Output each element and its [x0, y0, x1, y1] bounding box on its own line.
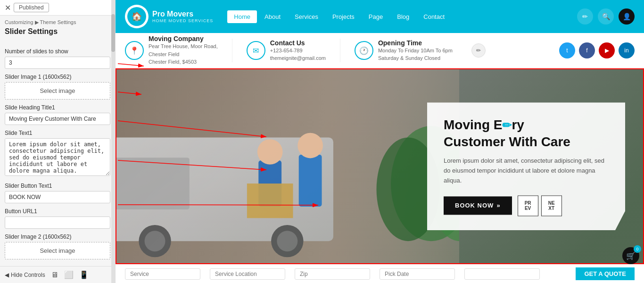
scroll-bar[interactable]: [111, 0, 115, 283]
extra-input[interactable]: [464, 268, 540, 280]
hero-pencil-icon: ✏: [502, 119, 512, 132]
button-text-label: Slider Button Text1: [5, 183, 110, 189]
book-now-button[interactable]: BOOK NOW »: [444, 197, 512, 215]
hero-slider: Moving E✏ry Customer With Care Lorem ips…: [116, 68, 644, 264]
scroll-thumb: [111, 14, 115, 52]
slider-image2-label: Slider Image 2 (1600x562): [5, 233, 110, 240]
location-input[interactable]: [210, 268, 285, 280]
hide-controls-button[interactable]: ◀ Hide Controls: [5, 272, 45, 278]
tablet-icon[interactable]: ⬜: [64, 270, 74, 279]
button-url-input[interactable]: [5, 216, 110, 229]
desktop-icon[interactable]: 🖥: [51, 271, 58, 279]
nav-home[interactable]: Home: [227, 10, 257, 23]
date-input[interactable]: [380, 268, 455, 280]
prev-button[interactable]: PREV: [518, 195, 538, 216]
edit-pencil-button[interactable]: ✏: [577, 8, 593, 25]
navbar-logo: 🏠 Pro Movers HOME MOVED SERVICES: [125, 5, 213, 28]
info-contact: ✉ Contact Us +123-654-789themeignite@gma…: [247, 39, 326, 62]
opening-detail: Monday To Friday 10Am To 6pmSaturday & S…: [378, 47, 453, 62]
breadcrumb: Customizing ▶ Theme Settings: [0, 16, 115, 26]
facebook-icon[interactable]: f: [579, 42, 595, 58]
slider-image1-label: Slider Image 1 (1600x562): [5, 74, 110, 80]
num-slides-input[interactable]: [5, 57, 110, 69]
youtube-icon[interactable]: ▶: [599, 42, 615, 58]
svg-rect-11: [299, 155, 322, 207]
divider-2: [340, 39, 340, 62]
select-image2-button[interactable]: Select image: [5, 242, 110, 259]
nav-page[interactable]: Page: [362, 10, 389, 23]
nav-links: Home About Services Projects Page Blog C…: [227, 10, 577, 23]
hero-text: Lorem ipsum dolor sit amet, consectetur …: [444, 157, 609, 186]
moving-company-detail: Pear Tree House, Moor Road,Chester Field…: [149, 42, 218, 66]
num-slides-label: Number of slides to show: [5, 48, 110, 55]
hero-content-box: Moving E✏ry Customer With Care Lorem ips…: [427, 102, 625, 230]
chevron-icon: »: [496, 202, 500, 209]
hero-heading-line1: Moving E: [444, 117, 502, 132]
logo-text: Pro Movers HOME MOVED SERVICES: [152, 10, 213, 23]
arrow-left-icon: ◀: [5, 272, 9, 278]
nav-blog[interactable]: Blog: [390, 10, 416, 23]
button-url-label: Button URL1: [5, 208, 110, 215]
twitter-icon[interactable]: t: [559, 42, 575, 58]
email-icon: ✉: [247, 41, 265, 60]
contact-text: Contact Us +123-654-789themeignite@gmail…: [270, 39, 326, 62]
button-text-input[interactable]: [5, 191, 110, 203]
slide-heading-label: Slide Heading Title1: [5, 104, 110, 111]
hide-controls-label: Hide Controls: [11, 272, 45, 278]
next-button[interactable]: NEXT: [541, 195, 562, 216]
info-bar: 📍 Moving Company Pear Tree House, Moor R…: [116, 33, 644, 68]
nav-services[interactable]: Services: [288, 10, 325, 23]
moving-company-title: Moving Company: [149, 35, 218, 42]
cart-badge: 0: [634, 245, 641, 253]
book-now-label: BOOK NOW: [455, 202, 494, 209]
nav-icons: ✏ 🔍 👤: [577, 8, 635, 25]
mobile-icon[interactable]: 📱: [79, 270, 89, 279]
panel-header: ✕ Published: [0, 0, 115, 16]
navbar: 🏠 Pro Movers HOME MOVED SERVICES Home Ab…: [116, 0, 644, 33]
hero-heading-line2: Customer With Care: [444, 134, 570, 149]
contact-title: Contact Us: [270, 39, 326, 47]
left-panel: ✕ Published Customizing ▶ Theme Settings…: [0, 0, 116, 283]
svg-rect-13: [247, 183, 293, 218]
moving-company-text: Moving Company Pear Tree House, Moor Roa…: [149, 35, 218, 66]
info-opening: 🕐 Opening Time Monday To Friday 10Am To …: [355, 39, 453, 62]
published-badge[interactable]: Published: [14, 3, 49, 12]
logo-name: Pro Movers: [152, 10, 213, 18]
linkedin-icon[interactable]: in: [619, 42, 635, 58]
cart-button[interactable]: 🛒 0: [622, 247, 639, 264]
panel-scroll: Number of slides to show Slider Image 1 …: [0, 40, 115, 266]
user-button[interactable]: 👤: [619, 8, 635, 25]
select-image1-button[interactable]: Select image: [5, 82, 110, 100]
svg-point-6: [145, 231, 165, 251]
contact-detail: +123-654-789themeignite@gmail.com: [270, 47, 326, 62]
nav-about[interactable]: About: [258, 10, 287, 23]
svg-point-10: [257, 139, 283, 165]
opening-title: Opening Time: [378, 39, 453, 47]
nav-projects[interactable]: Projects: [326, 10, 361, 23]
svg-point-12: [297, 133, 323, 158]
get-quote-button[interactable]: GET A QUOTE: [576, 267, 635, 280]
info-edit-button[interactable]: ✏: [471, 43, 486, 58]
location-icon: 📍: [125, 41, 144, 60]
social-icons: t f ▶ in: [559, 42, 635, 58]
hero-heading-ry: ry: [512, 117, 524, 132]
slide-heading-input[interactable]: [5, 113, 110, 125]
search-button[interactable]: 🔍: [598, 8, 614, 25]
panel-bottom: ◀ Hide Controls 🖥 ⬜ 📱: [0, 266, 115, 283]
hero-workers-svg: [116, 68, 459, 264]
prev-next-buttons: PREV NEXT: [518, 195, 562, 216]
bottom-bar: GET A QUOTE: [116, 264, 644, 283]
divider-1: [232, 39, 232, 62]
opening-text: Opening Time Monday To Friday 10Am To 6p…: [378, 39, 453, 62]
svg-text:🏠: 🏠: [132, 11, 142, 22]
nav-contact[interactable]: Contact: [417, 10, 451, 23]
slide-text-input[interactable]: Lorem ipsum dolor sit amet, consectetur …: [5, 138, 110, 176]
main-content: 🏠 Pro Movers HOME MOVED SERVICES Home Ab…: [116, 0, 644, 283]
hero-heading: Moving E✏ry Customer With Care: [444, 117, 609, 151]
clock-icon: 🕐: [355, 41, 373, 60]
zip-input[interactable]: [295, 268, 370, 280]
svg-rect-4: [116, 158, 190, 209]
service-input[interactable]: [125, 268, 200, 280]
close-button[interactable]: ✕: [5, 3, 11, 12]
panel-title: Slider Settings: [0, 26, 115, 40]
